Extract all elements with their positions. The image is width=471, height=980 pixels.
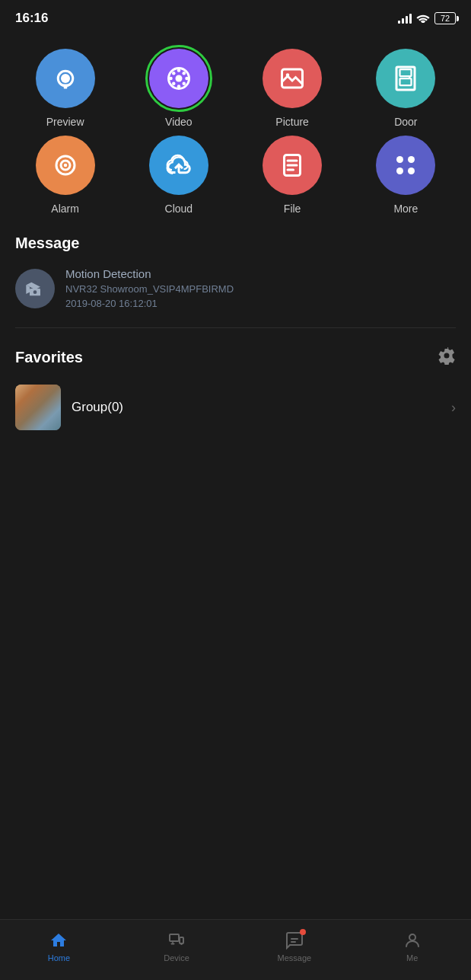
- picture-icon-item[interactable]: Picture: [240, 49, 345, 128]
- svg-rect-30: [170, 934, 179, 941]
- settings-icon: [438, 346, 456, 365]
- more-dots-icon: [392, 152, 419, 179]
- door-label: Door: [394, 116, 417, 128]
- svg-point-0: [61, 74, 70, 83]
- svg-rect-2: [62, 85, 68, 87]
- picture-circle: [263, 49, 322, 108]
- svg-point-8: [169, 77, 173, 81]
- status-time: 16:16: [15, 11, 48, 26]
- svg-point-29: [33, 290, 37, 294]
- svg-point-25: [408, 156, 415, 163]
- cloud-circle: [149, 136, 208, 195]
- message-subtitle: NVR32 Showroom_VSIP4MPFBIRMD: [65, 283, 234, 295]
- alarm-icon-item[interactable]: Alarm: [12, 136, 118, 215]
- svg-point-24: [396, 156, 403, 163]
- file-icon-item[interactable]: File: [240, 136, 345, 215]
- group-name: Group(0): [72, 400, 441, 415]
- security-camera-icon: [24, 278, 46, 299]
- video-label: Video: [165, 116, 193, 128]
- section-divider: [15, 327, 456, 328]
- favorites-header: Favorites: [0, 334, 471, 377]
- file-label: File: [284, 203, 301, 215]
- video-icon-item[interactable]: Video: [126, 49, 231, 128]
- message-nav-icon: [285, 931, 304, 950]
- svg-rect-31: [180, 937, 183, 943]
- home-icon: [49, 931, 68, 950]
- alarm-label: Alarm: [51, 203, 79, 215]
- alarm-circle: [36, 136, 95, 195]
- svg-rect-18: [400, 78, 412, 85]
- nav-message-label: Message: [278, 953, 312, 962]
- video-circle: [149, 49, 208, 108]
- video-reel-icon: [165, 65, 193, 92]
- door-icon: [392, 65, 419, 92]
- svg-point-12: [172, 82, 176, 86]
- more-icon-item[interactable]: More: [353, 136, 459, 215]
- nav-home[interactable]: Home: [0, 931, 118, 962]
- preview-label: Preview: [46, 116, 84, 128]
- camera-icon: [52, 65, 79, 92]
- bottom-nav: Home Device Message: [0, 919, 471, 980]
- svg-point-7: [177, 85, 181, 88]
- message-title: Motion Detection: [65, 267, 234, 280]
- message-notification-dot: [300, 929, 306, 935]
- device-icon: [167, 931, 186, 950]
- chevron-right-icon: ›: [451, 400, 456, 416]
- nav-device[interactable]: Device: [118, 931, 236, 962]
- battery-icon: 72: [434, 12, 456, 24]
- alarm-icon: [52, 152, 79, 179]
- nav-device-label: Device: [164, 953, 189, 962]
- cloud-label: Cloud: [165, 203, 193, 215]
- status-icons: 72: [398, 12, 456, 25]
- svg-point-27: [408, 168, 415, 174]
- svg-point-19: [409, 77, 411, 79]
- file-circle: [263, 136, 322, 195]
- svg-point-22: [63, 164, 67, 168]
- message-section-title: Message: [15, 235, 456, 252]
- message-time: 2019-08-20 16:12:01: [65, 298, 234, 309]
- wifi-icon: [416, 12, 430, 25]
- message-item[interactable]: Motion Detection NVR32 Showroom_VSIP4MPF…: [15, 261, 456, 315]
- message-content: Motion Detection NVR32 Showroom_VSIP4MPF…: [65, 267, 234, 309]
- svg-point-10: [172, 72, 176, 75]
- status-bar: 16:16 72: [0, 0, 471, 34]
- group-item[interactable]: Group(0) ›: [0, 377, 471, 438]
- preview-icon-item[interactable]: Preview: [12, 49, 118, 128]
- svg-point-26: [396, 168, 403, 174]
- picture-label: Picture: [275, 116, 309, 128]
- favorites-settings-button[interactable]: [438, 346, 456, 368]
- svg-rect-3: [63, 87, 67, 89]
- svg-point-35: [409, 934, 415, 940]
- nav-me-label: Me: [406, 953, 418, 962]
- me-icon: [403, 931, 422, 950]
- nav-me[interactable]: Me: [353, 931, 471, 962]
- icons-grid: Preview Video: [0, 34, 471, 222]
- svg-point-6: [177, 69, 181, 72]
- cloud-icon: [165, 152, 193, 179]
- message-camera-icon: [15, 269, 55, 308]
- svg-rect-17: [400, 69, 412, 76]
- signal-icon: [398, 13, 412, 24]
- preview-circle: [36, 49, 95, 108]
- more-label: More: [393, 203, 418, 215]
- favorites-title: Favorites: [15, 349, 83, 366]
- svg-point-11: [182, 72, 186, 75]
- door-circle: [376, 49, 435, 108]
- nav-home-label: Home: [48, 953, 70, 962]
- picture-icon: [278, 65, 306, 92]
- file-icon: [278, 152, 306, 179]
- door-icon-item[interactable]: Door: [353, 49, 459, 128]
- group-thumbnail: [15, 385, 61, 430]
- cloud-icon-item[interactable]: Cloud: [126, 136, 231, 215]
- svg-point-13: [182, 82, 186, 86]
- svg-point-15: [286, 73, 290, 77]
- svg-point-5: [175, 75, 182, 82]
- more-circle: [376, 136, 435, 195]
- nav-message[interactable]: Message: [236, 931, 354, 962]
- message-section: Message Motion Detection NVR32 Showroom_…: [0, 222, 471, 321]
- svg-point-9: [185, 77, 189, 81]
